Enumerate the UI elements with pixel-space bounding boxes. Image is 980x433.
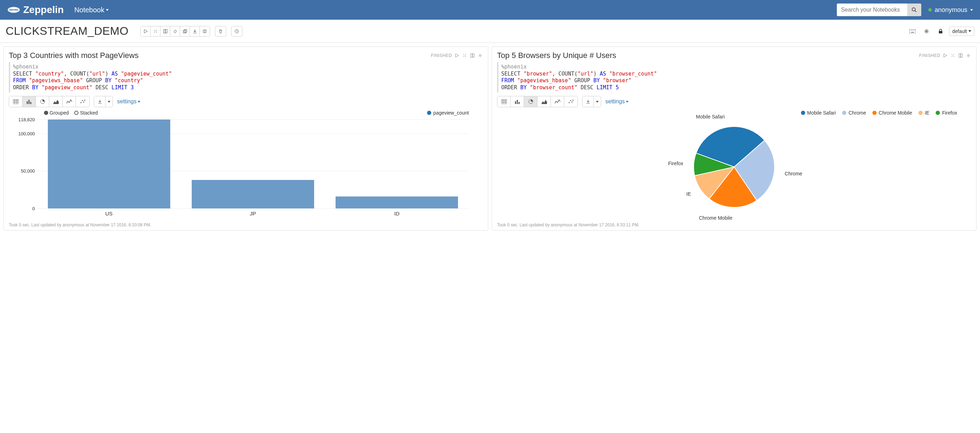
legend-item[interactable]: Chrome — [842, 110, 866, 116]
download-dropdown-button[interactable] — [594, 96, 601, 107]
notebook-menu[interactable]: Notebook — [74, 6, 109, 14]
copy-icon — [183, 29, 187, 33]
hide-output-button[interactable] — [469, 53, 475, 58]
viz-pie-button[interactable] — [36, 96, 49, 107]
viz-area-button[interactable] — [538, 96, 551, 107]
clock-icon — [235, 29, 239, 33]
viz-line-button[interactable] — [63, 96, 76, 107]
caret-down-icon — [970, 9, 973, 11]
paragraph-title[interactable]: Top 3 Countries with most PageViews — [9, 51, 138, 60]
book-icon — [470, 54, 474, 58]
navbar: Zeppelin Notebook anonymous — [0, 0, 980, 20]
legend-item[interactable]: IE — [918, 110, 929, 116]
svg-rect-29 — [27, 101, 28, 104]
download-dropdown-button[interactable] — [105, 96, 113, 107]
viz-scatter-button[interactable] — [76, 96, 89, 107]
svg-point-34 — [82, 100, 83, 101]
legend-series[interactable]: pageview_count — [427, 110, 469, 116]
bar[interactable] — [336, 197, 458, 208]
x-axis-tick: ID — [395, 211, 399, 217]
hide-code-button[interactable] — [151, 26, 161, 36]
clone-button[interactable] — [180, 26, 190, 36]
svg-rect-30 — [29, 100, 30, 104]
code-editor[interactable]: %phoenix SELECT "browser", COUNT("url") … — [497, 62, 971, 92]
viz-table-button[interactable] — [9, 96, 22, 107]
status-text: FINISHED — [431, 53, 452, 58]
svg-rect-17 — [911, 32, 914, 33]
download-icon — [193, 29, 197, 33]
legend-grouped-toggle[interactable]: Grouped — [44, 110, 68, 116]
permissions-button[interactable] — [935, 26, 946, 36]
chart-settings-link[interactable]: settings — [117, 98, 140, 105]
paragraph-settings-button[interactable] — [477, 53, 483, 58]
code-editor[interactable]: %phoenix SELECT "country", COUNT("url") … — [9, 62, 483, 92]
svg-rect-19 — [939, 31, 942, 33]
svg-point-50 — [569, 102, 570, 103]
legend-item[interactable]: Chrome Mobile — [872, 110, 912, 116]
book-icon — [959, 54, 963, 58]
clear-output-button[interactable] — [170, 26, 180, 36]
svg-point-16 — [914, 30, 915, 30]
line-chart-icon — [555, 99, 560, 104]
run-paragraph-button[interactable] — [942, 53, 948, 58]
svg-rect-31 — [30, 102, 31, 104]
eraser-icon — [173, 29, 177, 33]
scatter-chart-icon — [568, 99, 574, 104]
chart-settings-link[interactable]: settings — [605, 98, 628, 105]
table-icon — [13, 99, 19, 104]
download-data-button[interactable] — [582, 96, 594, 107]
legend-item[interactable]: Firefox — [935, 110, 957, 116]
hide-editor-button[interactable] — [950, 53, 956, 58]
svg-point-15 — [913, 30, 914, 30]
hide-editor-button[interactable] — [462, 53, 468, 58]
search-input[interactable] — [837, 3, 907, 16]
svg-marker-37 — [944, 54, 947, 57]
download-data-button[interactable] — [94, 96, 105, 107]
user-menu[interactable]: anonymous — [928, 6, 973, 14]
svg-point-53 — [573, 100, 574, 101]
legend-stacked-toggle[interactable]: Stacked — [74, 110, 98, 116]
hide-output-button[interactable] — [958, 53, 964, 58]
bar[interactable] — [48, 119, 170, 208]
viz-area-button[interactable] — [49, 96, 63, 107]
run-paragraph-button[interactable] — [454, 53, 460, 58]
paragraph-status-bar: FINISHED — [431, 53, 483, 58]
search-button[interactable] — [907, 3, 921, 16]
svg-point-40 — [968, 55, 969, 56]
version-button[interactable] — [200, 26, 210, 36]
viz-pie-button[interactable] — [524, 96, 538, 107]
viz-scatter-button[interactable] — [564, 96, 578, 107]
status-dot-icon — [928, 8, 932, 12]
show-output-button[interactable] — [161, 26, 170, 36]
caret-down-icon — [138, 101, 140, 103]
paragraph-title[interactable]: Top 5 Browsers by Unique # Users — [497, 51, 616, 60]
svg-point-12 — [910, 30, 911, 30]
paragraph-footer: Took 0 sec. Last updated by anonymous at… — [497, 222, 971, 227]
y-axis-tick: 118,820 — [18, 117, 35, 122]
play-icon — [943, 54, 947, 58]
viz-bar-button[interactable] — [22, 96, 36, 107]
viz-table-button[interactable] — [497, 96, 511, 107]
run-all-button[interactable] — [141, 26, 151, 36]
paragraph-settings-button[interactable] — [966, 53, 971, 58]
svg-rect-46 — [515, 101, 516, 104]
svg-rect-38 — [959, 54, 961, 57]
export-button[interactable] — [190, 26, 200, 36]
viz-bar-button[interactable] — [511, 96, 524, 107]
svg-marker-20 — [455, 54, 459, 57]
svg-rect-24 — [13, 99, 19, 104]
paragraph-footer: Took 0 sec. Last updated by anonymous at… — [9, 222, 483, 227]
keyboard-shortcuts-button[interactable] — [907, 26, 918, 36]
notebook-title[interactable]: CLICKSTREAM_DEMO — [6, 25, 128, 38]
download-icon — [98, 100, 102, 104]
bar[interactable] — [192, 180, 314, 208]
mode-selector[interactable]: default — [949, 27, 974, 36]
interpreter-binding-button[interactable] — [921, 26, 932, 36]
viz-line-button[interactable] — [551, 96, 564, 107]
svg-point-13 — [911, 30, 912, 30]
legend-item[interactable]: Mobile Safari — [801, 110, 836, 116]
svg-rect-41 — [501, 99, 507, 104]
delete-button[interactable] — [215, 26, 226, 36]
brand-logo[interactable]: Zeppelin — [7, 4, 64, 16]
scheduler-button[interactable] — [231, 26, 242, 36]
